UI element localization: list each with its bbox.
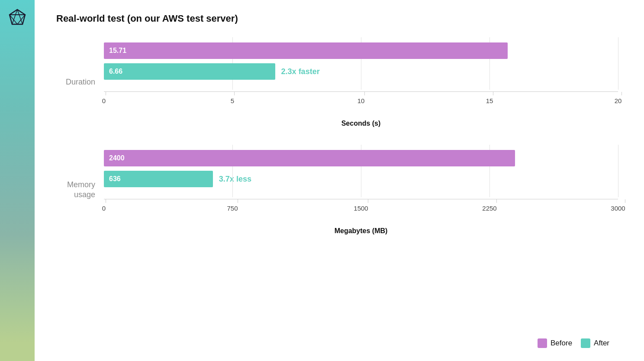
memory-bar-before: 2400 [104,150,515,166]
duration-tick-label-15: 15 [486,97,493,104]
memory-axis-ticks: 0 750 1500 [104,199,618,213]
duration-tick-15: 15 [489,92,497,104]
memory-label: Memory usage [56,145,104,235]
memory-label-line2: usage [74,190,95,200]
memory-tick-2250: 2250 [489,199,504,212]
charts-container: Duration 15.7 [56,37,618,330]
memory-tick-label-1500: 1500 [354,205,368,212]
duration-tick-20: 20 [618,92,625,104]
legend-before: Before [538,338,572,348]
legend-after-label: After [594,339,609,348]
memory-tick-3000: 3000 [618,199,632,212]
legend-after-swatch [581,338,590,348]
duration-axis-ticks: 0 5 10 15 [104,92,618,106]
duration-tick-label-20: 20 [615,97,622,104]
svg-marker-0 [10,10,25,24]
duration-bar-after: 6.66 [104,63,275,80]
duration-chart: Duration 15.7 [56,37,618,127]
memory-tick-0: 0 [104,199,107,212]
legend-before-label: Before [551,339,572,348]
memory-tick-label-750: 750 [227,205,238,212]
memory-tick-label-2250: 2250 [482,205,496,212]
memory-axis: 0 750 1500 [104,199,618,213]
duration-before-value: 15.71 [109,47,126,55]
memory-tick-750: 750 [232,199,243,212]
duration-tick-0: 0 [104,92,107,104]
duration-annotation: 2.3x faster [281,67,320,76]
legend-before-swatch [538,338,547,348]
duration-tick-label-10: 10 [357,97,365,104]
duration-tick-5: 5 [232,92,236,104]
memory-label-line1: Memory [67,180,95,190]
memory-bars-axis: 2400 636 3.7x less [104,145,618,235]
memory-after-value: 636 [109,175,121,183]
memory-bar-before-row: 2400 [104,149,618,167]
legend-after: After [581,338,609,348]
duration-bar-before-row: 15.71 [104,42,618,60]
duration-tick-label-0: 0 [102,97,106,104]
memory-tick-1500: 1500 [361,199,375,212]
duration-chart-body: Duration 15.7 [56,37,618,127]
memory-bar-after: 636 [104,171,213,187]
logo-icon [9,9,26,28]
memory-chart: Memory usage [56,145,618,235]
memory-annotation: 3.7x less [219,175,251,184]
main-content: Real-world test (on our AWS test server)… [35,0,644,361]
duration-bars-axis: 15.71 6.66 2.3x faster [104,37,618,127]
duration-axis: 0 5 10 15 [104,91,618,106]
duration-bar-before: 15.71 [104,42,508,59]
memory-tick-label-0: 0 [102,205,106,212]
duration-after-value: 6.66 [109,68,122,75]
duration-tick-label-5: 5 [231,97,234,104]
memory-chart-body: Memory usage [56,145,618,235]
memory-before-value: 2400 [109,154,125,162]
memory-bar-after-row: 636 3.7x less [104,170,618,188]
duration-bar-after-row: 6.66 2.3x faster [104,62,618,81]
duration-tick-10: 10 [361,92,368,104]
duration-bars-area: 15.71 6.66 2.3x faster [104,37,618,90]
page-title: Real-world test (on our AWS test server) [56,13,618,24]
memory-axis-title: Megabytes (MB) [104,227,618,235]
duration-axis-title: Seconds (s) [104,120,618,127]
sidebar [0,0,35,361]
legend: Before After [56,338,618,348]
duration-label: Duration [56,37,104,127]
memory-bars-area: 2400 636 3.7x less [104,145,618,197]
memory-tick-label-3000: 3000 [611,205,625,212]
